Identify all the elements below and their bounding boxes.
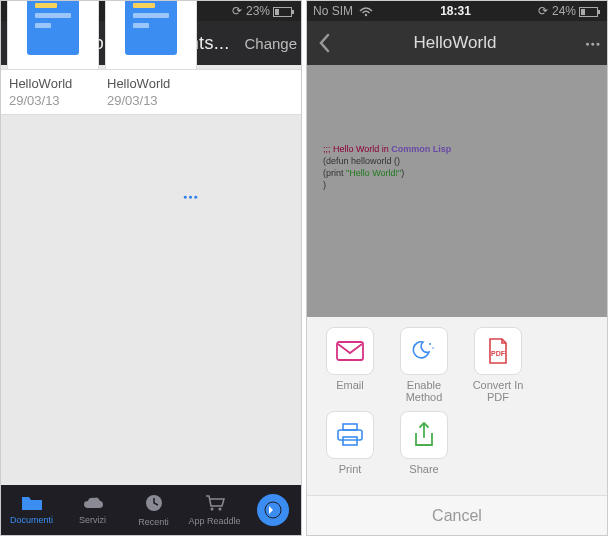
phone-right: No SIM 18:31 ⟳ 24% HelloWorld ●●● ;;; He… [306, 0, 608, 536]
file-name: HelloWorld [7, 70, 99, 93]
tab-documents[interactable]: Documenti [1, 485, 62, 535]
phone-left: No SIM 18:31 ⟳ 23% Hello Worl Documents.… [0, 0, 302, 536]
file-item[interactable]: HelloWorld 29/03/13 [105, 0, 197, 112]
action-label: Convert In PDF [463, 379, 533, 403]
files-background: HelloWorld 29/03/13 HelloWorld 29/03/13 [1, 69, 301, 115]
nav-header: HelloWorld ●●● [307, 21, 607, 65]
share-icon [400, 411, 448, 459]
action-label: Share [409, 463, 438, 487]
back-button[interactable] [313, 33, 335, 53]
action-convert-pdf[interactable]: PDF Convert In PDF [463, 327, 533, 403]
carrier-label: No SIM [313, 4, 353, 18]
action-label: Print [339, 463, 362, 487]
file-thumbnail [7, 0, 99, 70]
tab-bar: Documenti Servizi Recenti App Readdle [1, 485, 301, 535]
svg-rect-11 [598, 10, 600, 14]
change-button[interactable]: Change [244, 35, 297, 52]
wifi-icon [359, 4, 373, 18]
code-keyword: (defun [323, 156, 349, 166]
sync-icon: ⟳ [538, 4, 548, 18]
svg-point-5 [210, 508, 213, 511]
more-options-button[interactable]: ●●● [183, 193, 199, 200]
file-thumbnail [105, 0, 197, 70]
page-title: HelloWorld [335, 33, 575, 53]
action-print[interactable]: Print [315, 411, 385, 487]
more-button[interactable]: ●●● [575, 40, 601, 47]
svg-rect-17 [338, 430, 362, 440]
action-share[interactable]: Share [389, 411, 459, 487]
cloud-icon [82, 495, 104, 513]
file-date: 29/03/13 [7, 93, 99, 112]
action-label: Enable Method [389, 379, 459, 403]
status-bar: No SIM 18:31 ⟳ 24% [307, 1, 607, 21]
svg-rect-18 [343, 437, 357, 445]
svg-rect-3 [292, 10, 294, 14]
cancel-button[interactable]: Cancel [307, 495, 607, 535]
code-string: "Hello World!" [346, 168, 401, 178]
action-enable-method[interactable]: Enable Method [389, 327, 459, 403]
svg-rect-16 [343, 424, 357, 430]
svg-point-8 [365, 14, 367, 16]
battery-icon [273, 4, 295, 18]
compass-icon [257, 494, 289, 526]
tab-label: Servizi [79, 515, 106, 525]
action-label: Email [336, 379, 364, 403]
svg-rect-2 [275, 9, 279, 15]
folder-icon [21, 495, 43, 513]
email-icon [326, 327, 374, 375]
clock: 18:31 [373, 4, 538, 18]
svg-point-14 [432, 347, 434, 349]
document-icon [27, 0, 79, 55]
svg-point-6 [218, 508, 221, 511]
sync-icon: ⟳ [232, 4, 242, 18]
svg-text:PDF: PDF [491, 350, 506, 357]
printer-icon [326, 411, 374, 459]
code-lang: Common Lisp [389, 144, 452, 154]
tab-label: App Readdle [188, 516, 240, 526]
svg-rect-12 [337, 342, 363, 360]
file-name: HelloWorld [105, 70, 197, 93]
clock-icon [144, 493, 164, 515]
code-text: helloworld () [349, 156, 401, 166]
code-comment: ;;; Hello World in [323, 144, 389, 154]
battery-icon [579, 4, 601, 18]
file-date: 29/03/13 [105, 93, 197, 112]
svg-point-13 [429, 343, 431, 345]
svg-rect-10 [581, 9, 585, 15]
code-text: (print [323, 168, 346, 178]
battery-pct: 24% [552, 4, 576, 18]
cart-icon [204, 494, 226, 514]
code-text: ) [323, 180, 326, 190]
tab-label: Recenti [138, 517, 169, 527]
tab-recents[interactable]: Recenti [123, 485, 184, 535]
tab-label: Documenti [10, 515, 53, 525]
moon-icon [400, 327, 448, 375]
file-item[interactable]: HelloWorld 29/03/13 [7, 0, 99, 112]
battery-pct: 23% [246, 4, 270, 18]
pdf-icon: PDF [474, 327, 522, 375]
action-email[interactable]: Email [315, 327, 385, 403]
tab-readdle[interactable]: App Readdle [184, 485, 245, 535]
action-sheet: Email Enable Method PDF Convert In PDF P… [307, 317, 607, 535]
tab-services[interactable]: Servizi [62, 485, 123, 535]
tab-browser[interactable] [245, 485, 301, 535]
document-icon [125, 0, 177, 55]
code-text: ) [401, 168, 404, 178]
